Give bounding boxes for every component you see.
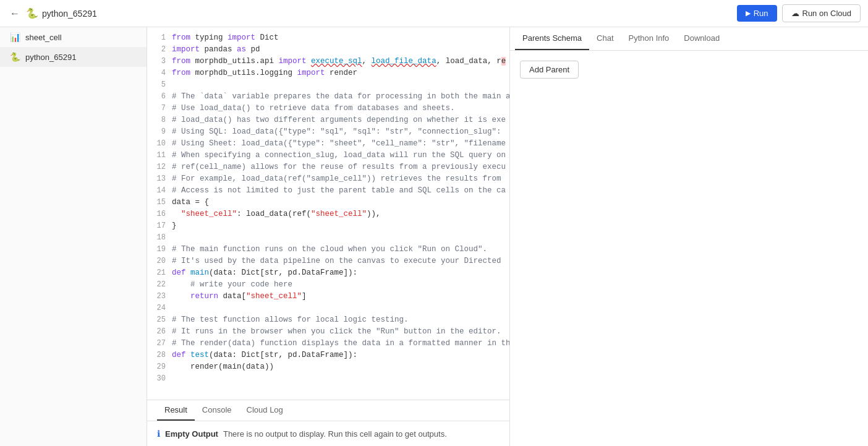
code-line-8: # load_data() has two different argument…: [172, 114, 509, 126]
info-icon: ℹ: [157, 429, 160, 439]
line-numbers: 1 2 3 4 5 6 7 8 9 10 11 12 13 14: [147, 27, 172, 400]
line-num-22: 22: [152, 279, 166, 291]
empty-output-text: There is no output to display. Run this …: [223, 429, 447, 439]
code-line-18: [172, 232, 509, 244]
line-num-12: 12: [152, 161, 166, 173]
code-line-23: return data["sheet_cell"]: [172, 291, 509, 302]
code-line-6: # The `data` variable prepares the data …: [172, 91, 509, 103]
code-area: 1 2 3 4 5 6 7 8 9 10 11 12 13 14: [147, 27, 509, 446]
tab-console[interactable]: Console: [195, 400, 239, 421]
line-num-3: 3: [152, 56, 166, 67]
code-line-9: # Using SQL: load_data({"type": "sql", "…: [172, 126, 509, 138]
sidebar: 📊 sheet_cell 🐍 python_65291: [0, 27, 147, 446]
line-num-17: 17: [152, 220, 166, 232]
line-num-19: 19: [152, 244, 166, 255]
line-num-13: 13: [152, 173, 166, 185]
line-num-8: 8: [152, 114, 166, 126]
line-num-7: 7: [152, 103, 166, 114]
line-num-30: 30: [152, 373, 166, 385]
tab-cloud-log[interactable]: Cloud Log: [239, 400, 291, 421]
cell-name: python_65291: [42, 9, 97, 19]
code-line-30: [172, 373, 509, 385]
code-line-7: # Use load_data() to retrieve data from …: [172, 103, 509, 114]
run-label: Run: [754, 9, 768, 18]
run-on-cloud-button[interactable]: ☁ Run on Cloud: [782, 4, 861, 22]
code-line-25: # The test function allows for local log…: [172, 314, 509, 326]
code-line-17: }: [172, 220, 509, 232]
code-line-21: def main(data: Dict[str, pd.DataFrame]):: [172, 267, 509, 279]
code-line-24: [172, 302, 509, 314]
code-editor-inner: 1 2 3 4 5 6 7 8 9 10 11 12 13 14: [147, 27, 509, 400]
code-editor[interactable]: 1 2 3 4 5 6 7 8 9 10 11 12 13 14: [147, 27, 509, 400]
sidebar-item-python[interactable]: 🐍 python_65291: [0, 47, 147, 67]
line-num-2: 2: [152, 44, 166, 56]
line-num-21: 21: [152, 267, 166, 279]
line-num-23: 23: [152, 291, 166, 302]
code-line-15: data = {: [172, 197, 509, 208]
code-line-28: def test(data: Dict[str, pd.DataFrame]):: [172, 350, 509, 361]
tab-chat[interactable]: Chat: [589, 27, 621, 50]
line-num-25: 25: [152, 314, 166, 326]
code-line-1: from typing import Dict: [172, 32, 509, 44]
line-num-4: 4: [152, 67, 166, 79]
code-line-22: # write your code here: [172, 279, 509, 291]
run-button[interactable]: ▶ Run: [737, 5, 777, 22]
main-layout: 📊 sheet_cell 🐍 python_65291 1 2 3 4 5 6: [0, 27, 868, 446]
code-line-16: "sheet_cell": load_data(ref("sheet_cell"…: [172, 208, 509, 220]
python-file-icon: 🐍: [10, 52, 20, 62]
line-num-29: 29: [152, 361, 166, 373]
empty-output-label: Empty Output: [165, 429, 218, 439]
sidebar-item-sheet-cell[interactable]: 📊 sheet_cell: [0, 27, 147, 47]
tab-download[interactable]: Download: [676, 27, 727, 50]
sidebar-item-sheet-cell-label: sheet_cell: [25, 33, 62, 42]
code-lines: from typing import Dict import pandas as…: [172, 27, 509, 400]
line-num-15: 15: [152, 197, 166, 208]
code-line-27: # The render(data) function displays the…: [172, 338, 509, 350]
line-num-1: 1: [152, 32, 166, 44]
add-parent-button[interactable]: Add Parent: [520, 61, 579, 79]
line-num-11: 11: [152, 150, 166, 161]
code-line-2: import pandas as pd: [172, 44, 509, 56]
tab-parents-schema[interactable]: Parents Schema: [515, 27, 589, 50]
line-num-26: 26: [152, 326, 166, 338]
code-line-4: from morphdb_utils.logging import render: [172, 67, 509, 79]
code-line-26: # It runs in the browser when you click …: [172, 326, 509, 338]
right-panel-tabs: Parents Schema Chat Python Info Download: [510, 27, 868, 51]
bottom-content: ℹ Empty Output There is no output to dis…: [147, 421, 509, 446]
sheet-cell-icon: 📊: [10, 32, 20, 42]
editor-panel: 1 2 3 4 5 6 7 8 9 10 11 12 13 14: [147, 27, 868, 446]
code-line-10: # Using Sheet: load_data({"type": "sheet…: [172, 138, 509, 150]
line-num-14: 14: [152, 185, 166, 197]
code-line-11: # When specifying a connection_slug, loa…: [172, 150, 509, 161]
line-num-5: 5: [152, 79, 166, 91]
cloud-icon: ☁: [791, 9, 799, 18]
tab-result[interactable]: Result: [157, 400, 195, 421]
line-num-9: 9: [152, 126, 166, 138]
bottom-tab-bar: Result Console Cloud Log: [147, 400, 509, 421]
code-line-14: # Access is not limited to just the pare…: [172, 185, 509, 197]
code-line-12: # ref(cell_name) allows for the reuse of…: [172, 161, 509, 173]
line-num-24: 24: [152, 302, 166, 314]
line-num-6: 6: [152, 91, 166, 103]
run-icon: ▶: [746, 9, 751, 17]
code-line-29: render(main(data)): [172, 361, 509, 373]
code-line-5: [172, 79, 509, 91]
run-cloud-label: Run on Cloud: [802, 9, 852, 18]
line-num-20: 20: [152, 255, 166, 267]
line-num-18: 18: [152, 232, 166, 244]
tab-python-info[interactable]: Python Info: [621, 27, 677, 50]
line-num-10: 10: [152, 138, 166, 150]
code-line-3: from morphdb_utils.api import execute_sq…: [172, 56, 509, 67]
topbar-left: ← 🐍 python_65291: [7, 6, 97, 22]
bottom-tabs: Result Console Cloud Log ℹ Empty Output …: [147, 400, 509, 446]
code-line-19: # The main function runs on the cloud wh…: [172, 244, 509, 255]
python-icon: 🐍: [26, 7, 38, 19]
line-num-16: 16: [152, 208, 166, 220]
sidebar-item-python-label: python_65291: [25, 53, 76, 62]
line-num-28: 28: [152, 350, 166, 361]
back-button[interactable]: ←: [7, 6, 22, 22]
line-num-27: 27: [152, 338, 166, 350]
code-line-20: # It's used by the data pipeline on the …: [172, 255, 509, 267]
topbar-right: ▶ Run ☁ Run on Cloud: [737, 4, 861, 22]
right-panel: Parents Schema Chat Python Info Download…: [509, 27, 868, 446]
